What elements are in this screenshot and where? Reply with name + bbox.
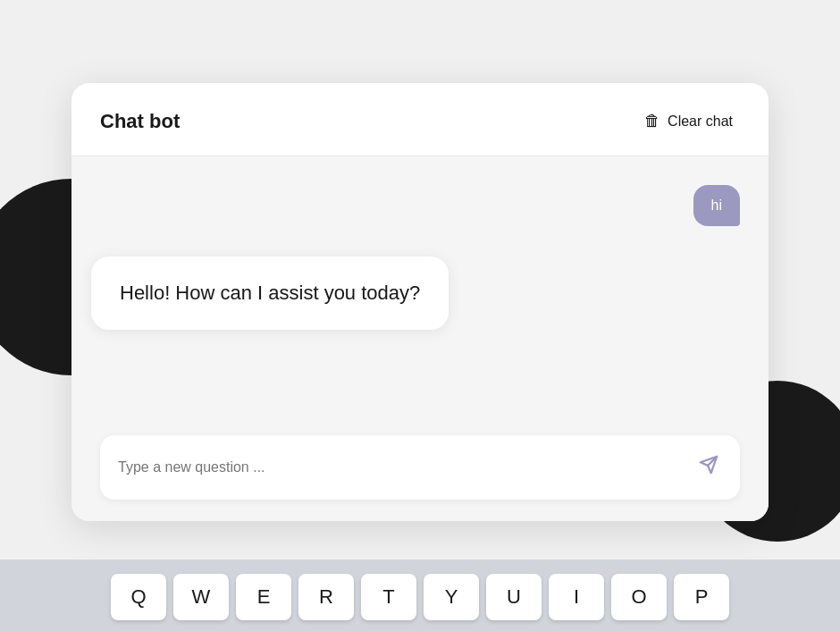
user-bubble: hi <box>693 185 740 226</box>
key-e[interactable]: E <box>236 574 291 620</box>
key-i[interactable]: I <box>549 574 604 620</box>
send-button[interactable] <box>695 451 722 484</box>
trash-icon: 🗑 <box>644 112 660 130</box>
key-p[interactable]: P <box>674 574 729 620</box>
clear-chat-button[interactable]: 🗑 Clear chat <box>637 108 740 134</box>
key-q[interactable]: Q <box>111 574 166 620</box>
chat-input[interactable] <box>118 459 685 475</box>
user-message: hi <box>100 185 740 226</box>
key-u[interactable]: U <box>486 574 542 620</box>
keyboard-row-1: QWERTYUIOP <box>18 574 822 620</box>
chat-input-area <box>71 425 769 521</box>
input-container <box>100 435 740 500</box>
bot-message-text: Hello! How can I assist you today? <box>120 282 420 304</box>
key-w[interactable]: W <box>173 574 229 620</box>
bot-message: Hello! How can I assist you today? <box>100 248 740 330</box>
chat-messages: hi Hello! How can I assist you today? <box>71 156 769 425</box>
key-y[interactable]: Y <box>424 574 479 620</box>
chat-header: Chat bot 🗑 Clear chat <box>71 83 769 156</box>
key-o[interactable]: O <box>611 574 667 620</box>
keyboard: QWERTYUIOP <box>0 559 840 631</box>
clear-chat-label: Clear chat <box>668 114 733 130</box>
key-t[interactable]: T <box>361 574 416 620</box>
chat-window: Chat bot 🗑 Clear chat hi Hello! How can … <box>71 83 769 521</box>
chat-title: Chat bot <box>100 110 180 133</box>
key-r[interactable]: R <box>298 574 354 620</box>
send-icon <box>699 455 718 480</box>
bot-bubble: Hello! How can I assist you today? <box>91 257 449 330</box>
user-message-text: hi <box>711 198 722 213</box>
